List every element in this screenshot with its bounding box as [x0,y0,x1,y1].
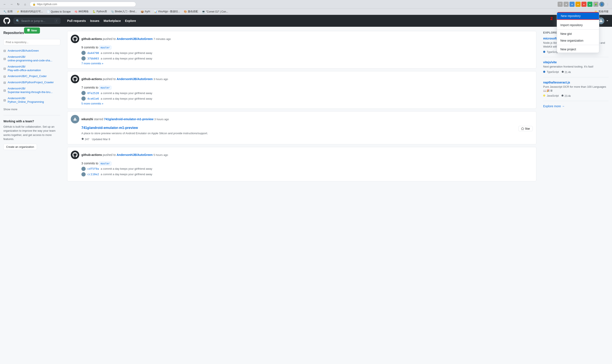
bm4-icon: 🐍 [93,10,96,13]
repo-link-0[interactable]: AndersonHJB/AutoGreen [8,49,39,53]
feed-repo-1[interactable]: AndersonHJB/AutoGreen [117,77,153,81]
avatar-dropdown-button[interactable] [606,20,609,22]
star-count: 247 [81,138,89,141]
explore-sidebar: Explore repositories microsoft/playwrigh… [540,27,612,364]
ext-menu[interactable]: ⋮ [605,2,610,7]
explore-repo-desc-2: Pure Javascript OCR for more than 100 La… [543,85,609,92]
feed-repo-0[interactable]: AndersonHJB/AutoGreen [117,37,153,40]
show-more-repos[interactable]: Show more [3,108,60,111]
nav-pull-requests[interactable]: Pull requests [66,17,88,24]
feed-item-3: github-actions pushed to AndersonHJB/Aut… [67,147,536,181]
feed-commits-3: 3 commits to master cdf5f9a a commit a d… [81,162,533,176]
list-item: ⊟ AndersonHJB/AutoGreen [3,48,60,54]
commit-hash-0-1[interactable]: 37bb003 [87,57,99,60]
repo-link-2[interactable]: AndersonHJB/Play-with-office-automation [8,65,41,72]
nav-explore[interactable]: Explore [123,17,137,24]
repo-search-input[interactable] [3,39,60,45]
starred-repo-header: 741g/android-emulator-m1-preview Star [81,126,533,131]
ext-4[interactable]: ● [587,2,592,7]
dropdown-import-repository[interactable]: Import repository [557,22,599,28]
bookmark-7[interactable]: 📊 VisuAlgo - 数据结... [152,9,182,14]
repo-link-6[interactable]: AndersonHJB/Python_Online_Programming [8,97,44,104]
bookmark-1[interactable]: ⚡ 将你的代码运行可... [15,9,45,14]
repos-header: Repositories New [3,31,60,37]
more-commits-0[interactable]: 7 more commits » [81,62,533,65]
bookmark-apps[interactable]: 🔧 应用 [2,9,14,14]
ext-puzzle[interactable]: 🧩 [593,2,599,7]
url-text: https://github.com [37,3,57,6]
commit-count-0: 9 commits to master [81,46,533,49]
repo-link-3[interactable]: AndersonHJB/C_Project_Coder [8,75,47,78]
explore-more-link[interactable]: Explore more → [543,104,609,108]
star-button[interactable]: Star [518,126,533,131]
left-sidebar: Repositories New ⊟ AndersonHJB/AutoGreen… [0,27,64,364]
repo-link-4[interactable]: AndersonHJB/PythonProject_Crawler [8,81,54,84]
feed-meta-1: github-actions pushed to AndersonHJB/Aut… [81,77,168,81]
commit-item-0-1: 37bb003 a commit a day keeps your girlfr… [81,56,533,61]
dropdown-new-project[interactable]: New project [557,46,599,53]
feed-avatar-2 [71,115,79,123]
reload-button[interactable]: ↻ [15,1,21,7]
repo-link-5[interactable]: AndersonHJB/Superstar-learning-through-t… [8,87,53,94]
address-bar[interactable]: 🔒 https://github.com [30,2,136,7]
dropdown-new-gist[interactable]: New gist [557,30,599,37]
github-logo[interactable] [3,17,10,24]
ext-2[interactable]: ● [575,2,581,7]
explore-repo-name-1[interactable]: vitejs/vite [543,61,609,64]
avatar-chevron-icon [606,20,608,22]
star-icon-1 [561,70,564,73]
bookmark-9[interactable]: 💻 "Comet OJ" | Con... [200,10,230,13]
stars-2: 23.4k [561,94,571,97]
commit-item-1-1: 4ce61e6 a commit a day keeps your girlfr… [81,96,533,101]
dropdown-divider-2 [557,29,599,29]
new-repo-button[interactable]: New [24,27,40,34]
feed-item-1: github-actions pushed to AndersonHJB/Aut… [67,71,536,109]
back-button[interactable]: ← [2,1,8,7]
commit-avatar-1-1 [81,96,86,101]
repo-link-1[interactable]: AndersonHJB/online-programming-and-code-… [8,55,52,63]
more-commits-1[interactable]: 5 more commits » [81,102,533,105]
bookmark-4[interactable]: 🐍 Python库 [91,9,109,14]
ext-star[interactable]: ★ [564,2,569,7]
ext-1[interactable]: ● [570,2,575,7]
commit-hash-0-0[interactable]: da44790 [87,52,99,55]
ext-avatar[interactable]: 👤 [599,2,604,7]
commit-item-3-0: cdf5f9a a commit a day keeps your girlfr… [81,167,533,171]
explore-item-1: vitejs/vite Next generation frontend too… [543,61,609,77]
explore-repo-name-2[interactable]: naptha/tesseract.js [543,81,609,84]
nav-issues[interactable]: Issues [88,17,101,24]
starred-repo-link[interactable]: 741g/android-emulator-m1-preview [81,126,138,130]
bm7-icon: 📊 [154,10,157,13]
repo-icon-4: ⊟ [3,81,6,84]
forward-button[interactable]: → [9,1,14,7]
commit-msg-1-1: a commit a day keeps your girlfriend awa… [101,97,152,100]
feed-action-2: starred [94,117,104,121]
dropdown-new-organization[interactable]: New organization [557,37,599,44]
bookmark-5[interactable]: 📎 Binder入门 - Bind... [109,9,139,14]
create-org-button[interactable]: Create an organization [3,144,37,150]
repo-icon-5: ⊟ [3,89,6,92]
feed-meta-3: github-actions pushed to AndersonHJB/Aut… [81,153,168,156]
feed-time-0b: 7 minutes ago [153,37,171,40]
dropdown-new-repository[interactable]: New repository [557,12,599,20]
nav-marketplace[interactable]: Marketplace [102,17,123,24]
new-repo-icon [27,29,30,32]
feed-repo-2[interactable]: 741g/android-emulator-m1-preview [104,117,154,121]
feed-item-header-0: github-actions pushed to AndersonHJB/Aut… [71,35,533,43]
feed-repo-3[interactable]: AndersonHJB/AutoGreen [117,153,153,156]
commit-hash-3-1[interactable]: cc110e2 [87,173,99,176]
search-bar[interactable]: 🔍 Search or jump to... / [13,18,60,24]
ext-translate[interactable]: T [558,2,563,7]
commit-hash-3-0[interactable]: cdf5f9a [87,167,99,170]
ext-3[interactable]: ● [581,2,586,7]
commit-hash-1-0[interactable]: 0fe2520 [87,91,99,95]
bookmark-2[interactable]: 📄 Quotes to Scrape [45,10,72,13]
bookmark-6[interactable]: 📦 PyPI [139,10,152,13]
github-avatar-icon-0 [72,36,78,41]
bookmark-8[interactable]: 🎨 颜色搭配 [182,9,200,14]
feed-avatar-0 [71,35,79,43]
home-button[interactable]: ⌂ [22,1,28,7]
commit-hash-1-1[interactable]: 4ce61e6 [87,97,99,100]
bookmark-3[interactable]: 🧠 神经网络 [73,9,90,14]
search-placeholder: Search or jump to... [21,19,53,23]
